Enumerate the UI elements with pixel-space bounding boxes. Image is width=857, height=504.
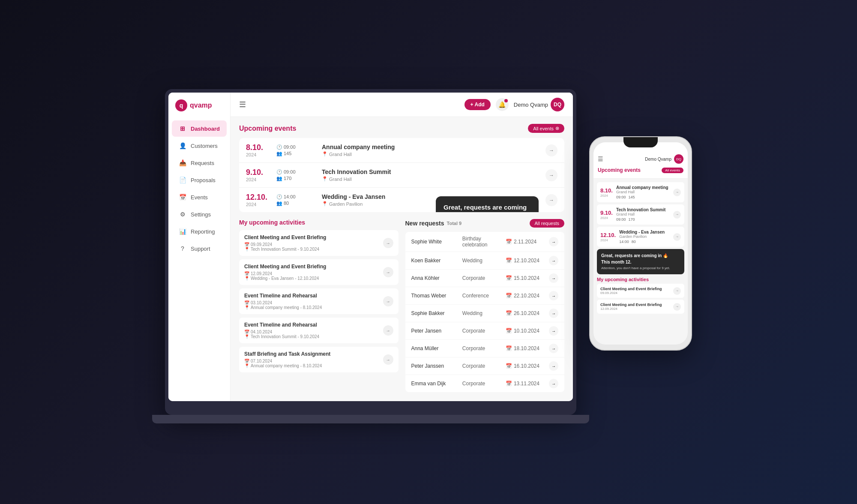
phone-event-arrow[interactable]: → [673, 233, 681, 241]
req-arrow[interactable]: → [549, 379, 558, 388]
activities-section: My upcoming activities Client Meeting an… [239, 219, 399, 392]
sidebar-item-settings[interactable]: ⚙ Settings [172, 206, 227, 222]
logo-icon: q [175, 99, 187, 111]
req-date: 📅2.11.2024 [506, 239, 545, 245]
popup-title: Great, requests are coming in 🔥 [443, 203, 531, 212]
activity-arrow[interactable]: → [383, 354, 393, 365]
sidebar-item-proposals[interactable]: 📄 Proposals [172, 172, 227, 188]
sidebar-item-dashboard[interactable]: ⊞ Dashboard [172, 120, 227, 137]
phone-event-card: 8.10. 2024 Annual company meeting Grand … [597, 182, 684, 202]
req-arrow[interactable]: → [549, 273, 558, 283]
event-venue: 📍 Grand Hall [322, 151, 539, 157]
req-type: Wedding [462, 310, 501, 316]
phone-event-info: Wedding - Eva Jansen Garden Pavilion 14:… [619, 230, 670, 244]
req-arrow[interactable]: → [549, 344, 558, 353]
req-name: Emma van Dijk [411, 381, 458, 387]
request-row: Sophie Bakker Wedding 📅26.10.2024 → [405, 305, 565, 322]
sidebar-label-reporting: Reporting [191, 228, 215, 235]
activity-date: 📅 09.09.2024 [244, 242, 379, 247]
event-venue: 📍 Grand Hall [322, 176, 539, 182]
sidebar-item-support[interactable]: ? Support [172, 240, 227, 257]
requests-table: Sophie White Birthday celebration 📅2.11.… [405, 232, 565, 392]
req-arrow[interactable]: → [549, 309, 558, 318]
activity-name: Event Timeline and Rehearsal [244, 322, 379, 328]
new-requests-section: New requests Total 9 All requests Sophie… [405, 219, 565, 392]
phone-screen: ☰ Demo Qvamp DQ Upcoming events All even… [593, 142, 688, 345]
cal-icon: 📅 [244, 330, 249, 334]
inbox-icon: 📥 [179, 159, 186, 167]
location-icon: 📍 [322, 201, 328, 207]
req-type: Corporate [462, 328, 501, 334]
sidebar-label-settings: Settings [191, 211, 211, 218]
req-arrow[interactable]: → [549, 237, 558, 246]
loc-icon: 📍 [244, 363, 249, 368]
req-date: 📅16.10.2024 [506, 363, 545, 369]
activity-name: Staff Briefing and Task Assignment [244, 351, 379, 357]
activity-card: Event Timeline and Rehearsal 📅 04.10.202… [239, 318, 399, 343]
sidebar-item-customers[interactable]: 👤 Customers [172, 138, 227, 154]
event-arrow[interactable]: → [545, 144, 557, 156]
loc-icon: 📍 [244, 276, 249, 281]
request-row: Anna Müller Corporate 📅18.10.2024 → [405, 340, 565, 357]
request-row: Koen Bakker Wedding 📅12.10.2024 → [405, 252, 565, 270]
phone-event-arrow[interactable]: → [673, 189, 681, 196]
activity-venue: 📍 Tech Innovation Summit - 9.10.2024 [244, 247, 379, 252]
phone-notch [623, 137, 658, 147]
event-arrow[interactable]: → [545, 169, 557, 181]
phone-activity-card: Client Meeting and Event Briefing 09.09.… [597, 284, 684, 298]
sidebar-label-dashboard: Dashboard [191, 126, 220, 132]
upcoming-events-header: Upcoming events All events ⊗ [239, 124, 564, 133]
req-arrow[interactable]: → [549, 256, 558, 265]
req-arrow[interactable]: → [549, 326, 558, 336]
event-attendees: 👥 170 [276, 176, 315, 181]
phone-activity-arrow[interactable]: → [673, 287, 681, 295]
laptop-screen: q qvamp ⊞ Dashboard 👤 Customers 📥 Reques… [168, 93, 573, 401]
event-date-year: 2024 [246, 152, 270, 157]
activity-arrow[interactable]: → [383, 325, 393, 336]
all-events-button[interactable]: All events ⊗ [528, 124, 564, 133]
phone-body: 8.10. 2024 Annual company meeting Grand … [593, 179, 688, 345]
phone-event-meta: 09:00 145 [616, 195, 670, 199]
activity-arrow[interactable]: → [383, 238, 393, 248]
req-name: Thomas Weber [411, 293, 458, 299]
event-date-day: 8.10. [246, 143, 270, 152]
sidebar-item-reporting[interactable]: 📊 Reporting [172, 223, 227, 240]
notification-icon[interactable]: 🔔 [496, 98, 509, 111]
sidebar-item-requests[interactable]: 📥 Requests [172, 155, 227, 171]
activity-card: Client Meeting and Event Briefing 📅 09.0… [239, 230, 399, 256]
req-name: Peter Jansen [411, 328, 458, 334]
user-avatar[interactable]: Demo Qvamp DQ [514, 98, 564, 111]
req-arrow[interactable]: → [549, 291, 558, 300]
calendar-icon: 📅 [179, 193, 186, 201]
event-arrow[interactable]: → [545, 194, 557, 206]
req-date: 📅12.10.2024 [506, 258, 545, 264]
phone-event-arrow[interactable]: → [673, 211, 681, 219]
request-row: Peter Janssen Corporate 📅16.10.2024 → [405, 357, 565, 375]
activity-arrow[interactable]: → [383, 296, 393, 306]
hamburger-icon[interactable]: ☰ [239, 100, 246, 109]
phone-activity-arrow[interactable]: → [673, 303, 681, 311]
activity-arrow[interactable]: → [383, 267, 393, 277]
help-icon: ? [179, 245, 186, 252]
cal-icon: 📅 [244, 359, 249, 363]
activity-venue: 📍 Wedding - Eva Jansen - 12.10.2024 [244, 276, 379, 281]
req-type: Corporate [462, 345, 501, 351]
req-arrow[interactable]: → [549, 361, 558, 371]
main-content: ☰ + Add 🔔 Demo Qvamp DQ [231, 93, 573, 401]
sidebar-item-events[interactable]: 📅 Events [172, 189, 227, 205]
phone-activity-info: Client Meeting and Event Briefing 09.09.… [600, 287, 671, 295]
event-time: 🕐 09:00 [276, 169, 315, 175]
phone-all-events-button[interactable]: All events [662, 168, 683, 173]
activity-venue: 📍 Annual company meeting - 8.10.2024 [244, 305, 379, 310]
popup-card: Great, requests are coming in 🔥 This mon… [436, 196, 539, 212]
add-button[interactable]: + Add [464, 99, 491, 110]
events-list: 8.10. 2024 🕐 09:00 👥 145 [239, 138, 564, 212]
phone-hamburger-icon[interactable]: ☰ [598, 156, 603, 162]
requests-total: Total 9 [447, 221, 462, 226]
user-name: Demo Qvamp [514, 102, 548, 108]
phone-event-info: Annual company meeting Grand Hall 09:00 … [616, 185, 670, 199]
req-type: Corporate [462, 363, 501, 369]
event-name: Tech Innovation Summit [322, 168, 539, 175]
req-type: Birthday celebration [462, 236, 501, 248]
all-requests-button[interactable]: All requests [530, 219, 564, 228]
